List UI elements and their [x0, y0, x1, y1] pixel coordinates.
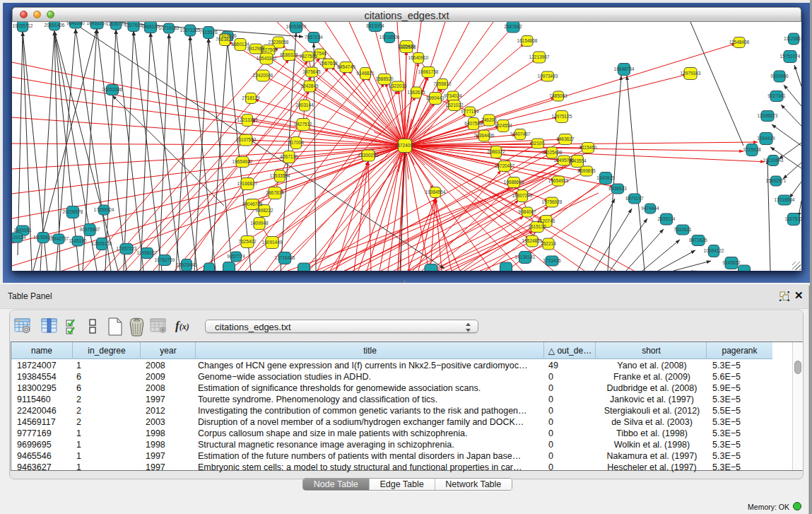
- svg-text:20691406: 20691406: [45, 23, 65, 28]
- svg-text:7632621: 7632621: [673, 227, 692, 232]
- svg-text:7515526: 7515526: [199, 30, 218, 35]
- svg-text:9139154: 9139154: [12, 235, 26, 240]
- svg-text:2687682: 2687682: [504, 24, 522, 29]
- svg-text:2935114: 2935114: [658, 216, 676, 221]
- svg-text:12942737: 12942737: [49, 236, 69, 241]
- svg-text:12213967: 12213967: [529, 54, 550, 59]
- svg-text:9427512: 9427512: [294, 122, 312, 127]
- svg-text:7663822: 7663822: [216, 37, 234, 42]
- svg-text:12095873: 12095873: [758, 113, 778, 118]
- svg-text:9227341: 9227341: [767, 93, 786, 98]
- svg-text:16210643: 16210643: [763, 158, 784, 163]
- svg-text:10671385: 10671385: [180, 28, 201, 33]
- svg-text:16053809: 16053809: [286, 24, 307, 29]
- svg-text:1615132: 1615132: [528, 224, 546, 229]
- svg-text:9498222: 9498222: [255, 208, 273, 213]
- svg-text:18724007: 18724007: [395, 143, 416, 148]
- svg-text:19654922: 19654922: [233, 159, 253, 164]
- svg-text:18807249: 18807249: [512, 193, 533, 198]
- svg-text:1845061: 1845061: [13, 228, 32, 233]
- svg-text:20364436: 20364436: [474, 133, 495, 138]
- svg-text:9777169: 9777169: [461, 109, 479, 114]
- svg-text:9043554: 9043554: [568, 158, 587, 163]
- svg-text:11548408: 11548408: [729, 40, 750, 45]
- svg-text:1120746: 1120746: [538, 218, 555, 223]
- svg-text:1244419: 1244419: [757, 136, 775, 141]
- svg-text:1125419: 1125419: [398, 44, 416, 49]
- svg-text:17957223: 17957223: [117, 246, 137, 251]
- svg-text:19654923: 19654923: [548, 178, 569, 183]
- svg-text:417004: 417004: [288, 140, 304, 145]
- svg-text:13533594: 13533594: [270, 173, 290, 178]
- svg-text:10025438: 10025438: [542, 150, 563, 155]
- svg-text:9734024: 9734024: [444, 93, 462, 98]
- svg-text:10046788: 10046788: [242, 201, 263, 206]
- svg-text:9245652: 9245652: [722, 260, 741, 265]
- svg-text:10719185: 10719185: [159, 25, 180, 30]
- svg-text:7955812: 7955812: [433, 81, 452, 86]
- svg-text:16648784: 16648784: [614, 66, 635, 71]
- svg-text:252214: 252214: [541, 241, 556, 246]
- svg-text:15751074: 15751074: [780, 54, 801, 59]
- svg-text:7485063: 7485063: [549, 93, 567, 98]
- svg-text:10973493: 10973493: [538, 74, 558, 78]
- svg-text:8699695: 8699695: [577, 168, 596, 173]
- svg-text:8938923: 8938923: [608, 186, 627, 191]
- svg-text:12979343: 12979343: [681, 71, 701, 76]
- svg-text:16154808: 16154808: [517, 38, 538, 43]
- svg-text:9463627: 9463627: [556, 136, 575, 141]
- svg-text:2967608: 2967608: [319, 61, 338, 66]
- svg-text:90975887: 90975887: [80, 227, 100, 232]
- svg-text:1640935: 1640935: [596, 175, 615, 180]
- svg-text:9346380: 9346380: [66, 22, 85, 25]
- svg-text:3215938: 3215938: [743, 147, 761, 152]
- svg-text:10543362: 10543362: [257, 56, 277, 61]
- svg-text:4267130: 4267130: [280, 154, 298, 159]
- svg-text:19756928: 19756928: [542, 199, 563, 204]
- svg-text:9474444: 9474444: [641, 206, 659, 211]
- svg-text:6407508: 6407508: [464, 121, 483, 126]
- svg-text:6479197: 6479197: [625, 196, 644, 201]
- svg-text:1362615: 1362615: [407, 90, 425, 95]
- svg-text:19166827: 19166827: [237, 181, 258, 186]
- svg-text:16091449: 16091449: [262, 240, 283, 245]
- svg-text:12505135: 12505135: [92, 241, 112, 246]
- svg-text:2086322: 2086322: [487, 149, 505, 154]
- svg-text:13716485: 13716485: [275, 255, 295, 260]
- svg-text:1621022: 1621022: [445, 103, 464, 107]
- svg-text:9329966: 9329966: [770, 74, 789, 78]
- svg-text:10407487: 10407487: [510, 132, 531, 136]
- svg-text:2718129: 2718129: [242, 95, 260, 100]
- svg-text:8454749: 8454749: [337, 64, 355, 69]
- svg-text:2903144: 2903144: [295, 103, 314, 107]
- svg-text:3875645: 3875645: [302, 69, 321, 74]
- svg-text:8186328: 8186328: [280, 52, 298, 57]
- svg-text:22420046: 22420046: [253, 73, 273, 78]
- svg-text:1167533: 1167533: [785, 216, 801, 221]
- svg-text:23226058: 23226058: [269, 40, 289, 45]
- svg-text:20206578: 20206578: [63, 209, 83, 214]
- svg-text:17016504: 17016504: [775, 197, 795, 202]
- svg-text:19524851: 19524851: [522, 238, 543, 243]
- svg-text:20053346: 20053346: [102, 87, 123, 92]
- svg-text:9115460: 9115460: [579, 145, 597, 150]
- svg-text:12975125: 12975125: [552, 114, 572, 119]
- svg-text:18300295: 18300295: [358, 153, 379, 158]
- svg-text:11835725: 11835725: [106, 22, 126, 26]
- svg-text:8990443: 8990443: [426, 95, 445, 100]
- svg-text:9084067: 9084067: [518, 209, 536, 214]
- svg-text:8813054: 8813054: [366, 23, 384, 28]
- svg-text:8471626: 8471626: [689, 238, 707, 243]
- svg-text:10782759: 10782759: [155, 257, 175, 262]
- svg-text:14136141: 14136141: [515, 255, 536, 259]
- svg-text:9127509: 9127509: [259, 47, 278, 52]
- svg-text:10654122: 10654122: [704, 248, 724, 253]
- svg-text:9466160: 9466160: [141, 24, 160, 29]
- svg-text:10107553: 10107553: [236, 137, 257, 142]
- svg-text:17359924: 17359924: [94, 207, 114, 212]
- svg-text:3867834: 3867834: [266, 190, 284, 195]
- svg-text:7857234: 7857234: [305, 35, 323, 40]
- svg-text:10953257: 10953257: [87, 22, 107, 25]
- svg-text:10688609: 10688609: [504, 180, 524, 185]
- svg-text:1588520: 1588520: [375, 76, 394, 81]
